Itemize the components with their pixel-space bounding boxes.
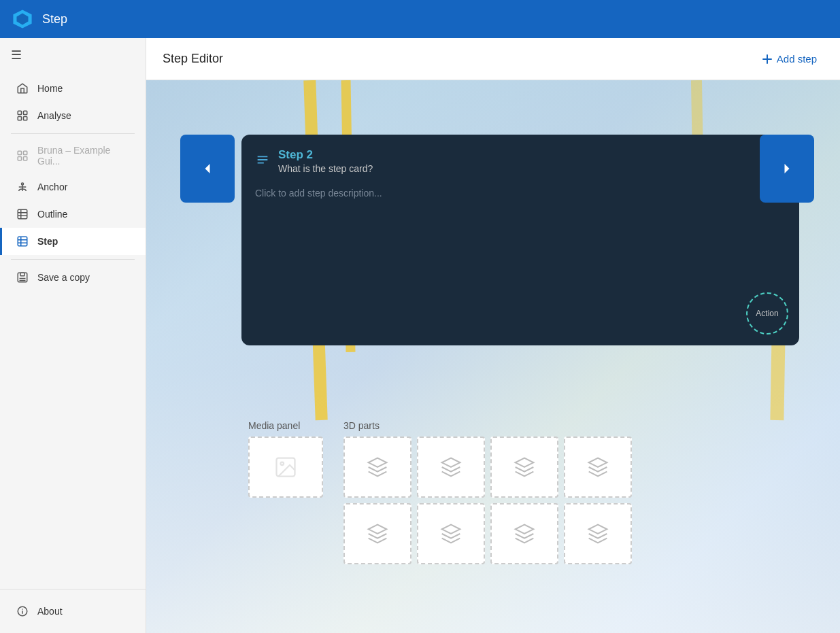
- sidebar-label-analyse: Analyse: [37, 110, 71, 121]
- left-arrow-icon: [198, 159, 217, 178]
- action-label: Action: [756, 309, 778, 318]
- parts-cell-2[interactable]: [417, 437, 485, 498]
- sidebar-item-home[interactable]: Home: [0, 75, 146, 102]
- parts-panel-label: 3D parts: [343, 420, 632, 431]
- sidebar-label-step: Step: [37, 236, 58, 247]
- guide-icon: [16, 149, 29, 162]
- 3d-part-icon: [440, 456, 462, 478]
- sidebar: ☰ Home: [0, 38, 146, 633]
- parts-cell-1[interactable]: [343, 437, 411, 498]
- step-icon: [16, 235, 29, 248]
- add-step-label: Add step: [777, 53, 817, 65]
- svg-point-10: [22, 183, 24, 185]
- step-card: Step 2 What is the step card? Click to a…: [241, 135, 799, 345]
- add-step-button[interactable]: Add step: [755, 49, 824, 69]
- 3d-part-icon: [587, 456, 609, 478]
- topbar: Step: [0, 0, 840, 38]
- step-card-title: Step 2: [278, 148, 373, 162]
- page-title: Step Editor: [163, 52, 223, 66]
- svg-rect-21: [20, 273, 24, 276]
- 3d-part-icon: [440, 523, 462, 545]
- sidebar-divider-2: [11, 259, 135, 260]
- step-card-title-area: Step 2 What is the step card?: [278, 148, 373, 174]
- list-icon: [255, 152, 270, 167]
- parts-cell-4[interactable]: [564, 437, 632, 498]
- sidebar-bottom: About: [0, 589, 146, 633]
- sidebar-item-save-copy[interactable]: Save a copy: [0, 264, 146, 291]
- anchor-icon: [16, 180, 29, 194]
- next-step-button[interactable]: [760, 135, 814, 203]
- sidebar-label-home: Home: [37, 83, 63, 94]
- svg-point-29: [281, 462, 284, 466]
- sidebar-item-about[interactable]: About: [0, 598, 146, 625]
- sidebar-label-outline: Outline: [37, 209, 67, 220]
- image-icon: [273, 455, 298, 479]
- step-card-description[interactable]: Click to add step description...: [241, 182, 799, 318]
- step-card-header: Step 2 What is the step card?: [241, 135, 799, 182]
- svg-rect-3: [24, 111, 27, 114]
- action-button[interactable]: Action: [746, 292, 788, 335]
- svg-rect-5: [24, 117, 27, 120]
- analyse-icon: [16, 109, 29, 122]
- app-title: Step: [42, 12, 67, 27]
- app-logo: [11, 7, 34, 31]
- svg-point-24: [22, 609, 23, 610]
- content-area: Step Editor Add step: [146, 38, 840, 633]
- 3d-part-icon: [514, 523, 535, 545]
- svg-rect-12: [18, 209, 27, 219]
- 3d-part-icon: [587, 523, 609, 545]
- media-panel-grid: [248, 437, 323, 498]
- media-panel-section: Media panel: [248, 420, 323, 498]
- svg-rect-7: [24, 151, 27, 154]
- outline-icon: [16, 207, 29, 221]
- svg-rect-6: [18, 151, 21, 154]
- save-icon: [16, 271, 29, 284]
- sidebar-item-analyse[interactable]: Analyse: [0, 102, 146, 129]
- about-icon: [16, 604, 29, 618]
- sidebar-label-bruna: Bruna – Example Gui...: [37, 145, 132, 167]
- svg-rect-9: [24, 157, 27, 160]
- main-layout: ☰ Home: [0, 38, 840, 633]
- sidebar-label-save-copy: Save a copy: [37, 272, 90, 283]
- svg-rect-4: [18, 117, 21, 120]
- sidebar-item-outline[interactable]: Outline: [0, 201, 146, 228]
- parts-cell-5[interactable]: [343, 503, 411, 564]
- step-card-subtitle: What is the step card?: [278, 163, 373, 174]
- sidebar-label-about: About: [37, 606, 63, 617]
- parts-cell-3[interactable]: [490, 437, 558, 498]
- media-panel-label: Media panel: [248, 420, 323, 431]
- background-scene: Step 2 What is the step card? Click to a…: [146, 80, 840, 633]
- sidebar-divider-1: [11, 133, 135, 134]
- step-card-lines-icon: [255, 152, 270, 171]
- svg-rect-16: [18, 237, 27, 246]
- plus-icon: [762, 54, 773, 65]
- parts-panel-section: 3D parts: [343, 420, 632, 564]
- sidebar-item-step[interactable]: Step: [0, 228, 146, 255]
- panels-row: Media panel: [248, 420, 826, 624]
- hamburger-button[interactable]: ☰: [11, 48, 22, 62]
- media-cell-1[interactable]: [248, 437, 323, 498]
- sidebar-top: ☰: [0, 38, 146, 72]
- sidebar-nav: Home Analyse: [0, 72, 146, 589]
- content-header: Step Editor Add step: [146, 38, 840, 80]
- 3d-part-icon: [514, 456, 535, 478]
- scroll-area[interactable]: Step 2 What is the step card? Click to a…: [146, 80, 840, 633]
- home-icon: [16, 82, 29, 95]
- parts-cell-8[interactable]: [564, 503, 632, 564]
- svg-rect-2: [18, 111, 21, 114]
- prev-step-button[interactable]: [180, 135, 235, 203]
- parts-grid: [343, 437, 632, 564]
- parts-cell-6[interactable]: [417, 503, 485, 564]
- parts-cell-7[interactable]: [490, 503, 558, 564]
- 3d-part-icon: [367, 456, 388, 478]
- sidebar-item-anchor[interactable]: Anchor: [0, 173, 146, 201]
- sidebar-item-bruna[interactable]: Bruna – Example Gui...: [0, 138, 146, 173]
- right-arrow-icon: [777, 159, 796, 178]
- 3d-part-icon: [367, 523, 388, 545]
- svg-rect-8: [18, 157, 21, 160]
- sidebar-label-anchor: Anchor: [37, 182, 67, 192]
